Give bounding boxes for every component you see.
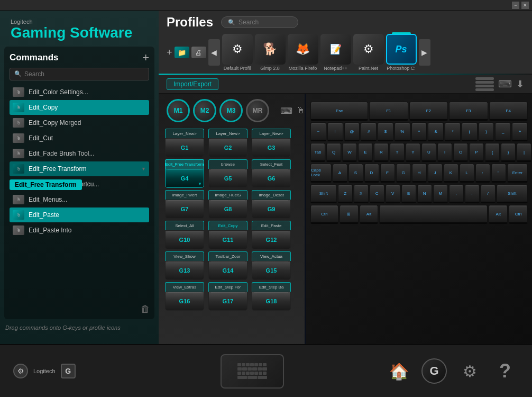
add-profile-button[interactable]: +: [167, 47, 172, 58]
lbrace-key[interactable]: {: [485, 143, 500, 162]
print-icon-button[interactable]: 🖨: [191, 47, 206, 58]
j-key[interactable]: J: [428, 164, 443, 183]
list-item[interactable]: 🖱 Edit_Fade Brush Tool...: [10, 146, 149, 161]
pipe-key[interactable]: |: [517, 143, 531, 162]
g11-button[interactable]: G11: [208, 230, 247, 249]
t-key[interactable]: T: [390, 143, 405, 162]
profiles-nav-right[interactable]: ▶: [419, 39, 430, 66]
g18-button[interactable]: G18: [252, 292, 291, 311]
lparen-key[interactable]: (: [462, 122, 478, 141]
excl-key[interactable]: !: [327, 122, 343, 141]
profile-icon-firefox[interactable]: 🦊 Mozilla Firefo: [288, 34, 318, 71]
amp-key[interactable]: &: [428, 122, 444, 141]
win-key[interactable]: ⊞: [340, 205, 359, 224]
g6-button[interactable]: G6: [252, 169, 291, 188]
star-key[interactable]: *: [445, 122, 461, 141]
lctrl-key[interactable]: Ctrl: [310, 205, 338, 224]
mouse-icon[interactable]: 🖱: [297, 106, 305, 115]
mr-key[interactable]: MR: [246, 99, 269, 122]
caret-key[interactable]: ^: [411, 122, 427, 141]
home-nav-button[interactable]: 🏠: [385, 357, 412, 385]
list-item[interactable]: 🖱 Edit_Free Transform ▼ Edit_Free Transf…: [10, 161, 149, 176]
profile-icon-photoshop[interactable]: Ps Photoshop C:: [386, 34, 417, 71]
c-key[interactable]: C: [370, 184, 384, 203]
m2-key[interactable]: M2: [193, 99, 216, 122]
g8-button[interactable]: G8: [208, 200, 247, 219]
space-key[interactable]: [379, 205, 488, 224]
e-key[interactable]: E: [358, 143, 373, 162]
list-item[interactable]: 🖱 Edit_Paste: [10, 207, 149, 222]
rctrl-key[interactable]: Ctrl: [509, 205, 528, 224]
r-key[interactable]: R: [374, 143, 389, 162]
delete-button[interactable]: 🗑: [141, 304, 150, 315]
lalt-key[interactable]: Alt: [360, 205, 379, 224]
colon-key[interactable]: :: [475, 164, 490, 183]
list-item[interactable]: 🖱 Edit_Cut: [10, 131, 149, 146]
at-key[interactable]: @: [344, 122, 360, 141]
folder-icon-button[interactable]: 📁: [175, 47, 189, 58]
w-key[interactable]: W: [342, 143, 357, 162]
under-key[interactable]: _: [495, 122, 511, 141]
comma-key[interactable]: ,: [449, 184, 464, 203]
period-key[interactable]: .: [465, 184, 480, 203]
g15-button[interactable]: G15: [252, 261, 291, 280]
list-item[interactable]: 🖱 Edit_Paste Into: [10, 223, 149, 238]
g-nav-button[interactable]: G: [420, 357, 448, 385]
help-nav-button[interactable]: ?: [491, 357, 519, 385]
f4-key[interactable]: F4: [489, 102, 528, 121]
command-search-input[interactable]: [24, 70, 144, 78]
lshift-key[interactable]: Shift: [310, 184, 337, 203]
quote-key[interactable]: ": [491, 164, 506, 183]
hash-key[interactable]: #: [361, 122, 377, 141]
m3-key[interactable]: M3: [219, 99, 243, 122]
m1-key[interactable]: M1: [167, 99, 190, 122]
g17-button[interactable]: G17: [208, 292, 247, 311]
g1-button[interactable]: G1: [165, 138, 204, 157]
n-key[interactable]: N: [417, 184, 432, 203]
g4-button[interactable]: G4 ▼: [165, 169, 204, 188]
add-command-button[interactable]: +: [142, 52, 149, 64]
tab-key[interactable]: Tab: [310, 143, 325, 162]
v-key[interactable]: V: [386, 184, 400, 203]
dollar-key[interactable]: $: [378, 122, 393, 141]
minimize-button[interactable]: −: [512, 2, 519, 9]
o-key[interactable]: O: [453, 143, 468, 162]
p-key[interactable]: P: [469, 143, 484, 162]
profiles-nav-left[interactable]: ◀: [208, 39, 220, 66]
g13-button[interactable]: G13: [165, 261, 204, 280]
close-button[interactable]: ✕: [521, 2, 529, 9]
slash-key[interactable]: /: [481, 184, 496, 203]
s-key[interactable]: S: [348, 164, 363, 183]
g2-button[interactable]: G2: [208, 138, 247, 157]
g9-button[interactable]: G9: [252, 200, 291, 219]
tilde-key[interactable]: ~: [310, 122, 326, 141]
g10-button[interactable]: G10: [165, 230, 204, 249]
download-icon[interactable]: ⬇: [516, 78, 524, 90]
rparen-key[interactable]: ): [479, 122, 494, 141]
f3-key[interactable]: F3: [449, 102, 488, 121]
i-key[interactable]: I: [437, 143, 452, 162]
d-key[interactable]: D: [364, 164, 379, 183]
g3-button[interactable]: G3: [252, 138, 291, 157]
b-key[interactable]: B: [401, 184, 416, 203]
g12-button[interactable]: G12: [252, 230, 291, 249]
profile-icon-notepad[interactable]: 📝 Notepad++: [320, 34, 351, 71]
q-key[interactable]: Q: [326, 143, 341, 162]
g14-button[interactable]: G14: [208, 261, 247, 280]
keyboard-mode-icon[interactable]: ⌨: [498, 78, 512, 90]
settings-nav-button[interactable]: ⚙: [456, 357, 483, 385]
a-key[interactable]: A: [333, 164, 347, 183]
rshift-key[interactable]: Shift: [497, 184, 528, 203]
profiles-search-box[interactable]: 🔍: [221, 16, 298, 28]
list-item[interactable]: 🖱 Edit_Color Settings...: [10, 85, 149, 100]
m-key-letter[interactable]: M: [433, 184, 448, 203]
z-key[interactable]: Z: [338, 184, 353, 203]
list-item[interactable]: 🖱 Edit_Copy Merged: [10, 115, 149, 130]
import-export-button[interactable]: Import/Export: [167, 78, 218, 90]
k-key[interactable]: K: [444, 164, 458, 183]
f2-key[interactable]: F2: [409, 102, 448, 121]
enter-key[interactable]: Enter: [507, 164, 528, 183]
f-key[interactable]: F: [380, 164, 395, 183]
g-key[interactable]: G: [396, 164, 411, 183]
pct-key[interactable]: %: [395, 122, 410, 141]
